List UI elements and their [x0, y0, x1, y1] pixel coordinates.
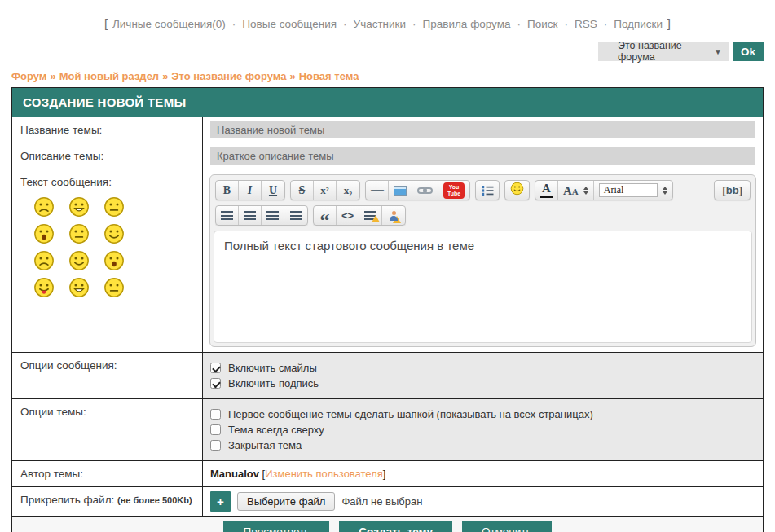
- create-topic-button[interactable]: Создать тему: [339, 521, 452, 532]
- form-footer: ПросмотретьСоздать темуОтменить: [12, 516, 763, 532]
- bold-button[interactable]: B: [216, 181, 239, 200]
- quote-button[interactable]: “: [314, 206, 337, 225]
- horizontal-rule-button[interactable]: —: [366, 181, 389, 200]
- forum-select-value: Это название форума: [618, 40, 714, 63]
- font-color-button[interactable]: A: [535, 181, 558, 200]
- nav-link-4[interactable]: Правила форума: [423, 18, 511, 30]
- attach-label-cell: Прикрепить файл: (не более 500Kb): [12, 487, 203, 516]
- breadcrumb-item-4[interactable]: Новая тема: [299, 70, 359, 82]
- message-options-row: Опции сообщения: Включить смайлыВключить…: [12, 352, 763, 398]
- font-color-icon: A: [540, 182, 553, 198]
- message-option-checkbox-1[interactable]: [210, 363, 221, 373]
- topic-option-checkbox-1[interactable]: [210, 409, 221, 420]
- add-attachment-button[interactable]: +: [210, 491, 231, 512]
- breadcrumb-item-3[interactable]: Это название форума: [171, 70, 286, 82]
- topic-option-item-3: Закрытая тема: [210, 439, 593, 451]
- author-row: Автор темы: Manualov [Изменить пользоват…: [12, 460, 763, 486]
- bbcode-button[interactable]: [bb]: [715, 181, 750, 200]
- message-option-item-1: Включить смайлы: [210, 362, 319, 374]
- image-icon: [394, 186, 407, 196]
- nav-separator: ·: [412, 18, 416, 30]
- font-family-select[interactable]: Arial: [594, 181, 672, 200]
- align-justify-button[interactable]: [284, 206, 307, 225]
- italic-button[interactable]: I: [239, 181, 262, 200]
- insert-smiley-button[interactable]: [505, 181, 529, 200]
- insert-link-button[interactable]: [412, 181, 438, 200]
- smiley-surprised-icon[interactable]: [103, 250, 125, 271]
- font-family-value: Arial: [599, 183, 658, 197]
- underline-button[interactable]: U: [262, 181, 284, 200]
- topic-name-input[interactable]: [210, 121, 755, 138]
- preview-button[interactable]: Просмотреть: [223, 521, 329, 532]
- insert-image-button[interactable]: [389, 181, 412, 200]
- align-center-button[interactable]: [239, 206, 262, 225]
- user-warning-button[interactable]: [382, 206, 405, 225]
- nav-link-3[interactable]: Участники: [354, 18, 407, 30]
- subscript-button[interactable]: x₂: [337, 181, 359, 200]
- smiley-smile-icon[interactable]: [68, 250, 90, 271]
- align-right-button[interactable]: [262, 206, 284, 225]
- breadcrumb: Форум»Мой новый раздел»Это название фору…: [0, 61, 775, 87]
- topic-option-label-3: Закрытая тема: [228, 439, 302, 451]
- nav-link-1[interactable]: Личные сообщения(0): [112, 18, 226, 30]
- topic-name-label: Название темы:: [12, 117, 203, 143]
- smiley-angry-icon[interactable]: [33, 196, 55, 218]
- change-user-link[interactable]: Изменить пользователя: [265, 468, 383, 480]
- bbcode-editor: B I U S x² x₂ —: [209, 174, 756, 347]
- forum-select[interactable]: Это название форума ▼: [598, 42, 729, 61]
- text-warning-icon: [364, 211, 376, 220]
- smiley-laugh-icon[interactable]: [68, 196, 90, 218]
- topic-option-checkbox-2[interactable]: [210, 424, 221, 435]
- smiley-tongue-icon[interactable]: [33, 277, 55, 298]
- spinner-arrows-icon: [663, 187, 667, 195]
- breadcrumb-item-1[interactable]: Форум: [11, 70, 46, 82]
- topic-option-checkbox-3[interactable]: [210, 440, 221, 451]
- message-label-cell: Текст сообщения:: [12, 169, 203, 352]
- topic-desc-input[interactable]: [210, 147, 755, 165]
- font-size-button[interactable]: AA: [558, 181, 594, 200]
- message-textarea[interactable]: Полный текст стартового сообщения в теме: [214, 231, 752, 343]
- list-icon: [481, 185, 494, 196]
- topic-option-item-2: Тема всегда сверху: [210, 424, 593, 436]
- insert-youtube-button[interactable]: YouTube: [438, 181, 469, 200]
- cancel-button[interactable]: Отменить: [462, 521, 552, 532]
- message-option-checkbox-2[interactable]: [210, 378, 221, 389]
- user-warning-icon: [390, 211, 398, 221]
- breadcrumb-separator: »: [289, 70, 295, 82]
- topic-option-item-1: Первое сообщение темы сделать шапкой (по…: [210, 408, 593, 420]
- smiley-hmm-icon[interactable]: [33, 250, 55, 271]
- forum-jump-bar: Это название форума ▼ Ok: [0, 30, 775, 61]
- breadcrumb-separator: »: [50, 70, 55, 82]
- editor-toolbar-row-1: B I U S x² x₂ —: [214, 178, 752, 204]
- author-label: Автор темы:: [12, 461, 203, 486]
- spinner-arrows-icon: [583, 187, 588, 195]
- breadcrumb-item-2[interactable]: Мой новый раздел: [59, 70, 159, 82]
- nav-link-7[interactable]: Подписки: [614, 18, 663, 30]
- ok-button[interactable]: Ok: [733, 42, 764, 61]
- code-button[interactable]: <>: [337, 206, 359, 225]
- strikethrough-button[interactable]: S: [291, 181, 314, 200]
- smiley-wink-icon[interactable]: [103, 277, 125, 298]
- choose-file-button[interactable]: Выберите файл: [237, 492, 335, 511]
- list-button[interactable]: [476, 181, 499, 200]
- font-size-icon: AA: [563, 183, 579, 198]
- nav-link-6[interactable]: RSS: [575, 18, 597, 30]
- translit-warning-button[interactable]: [359, 206, 382, 225]
- nav-link-5[interactable]: Поиск: [527, 18, 557, 30]
- align-justify-icon: [290, 211, 302, 220]
- nav-link-2[interactable]: Новые сообщения: [242, 18, 337, 30]
- smiley-panel: [20, 188, 194, 298]
- message-option-label-1: Включить смайлы: [228, 362, 317, 374]
- smiley-smirk-icon[interactable]: [68, 223, 90, 244]
- nav-separator: ·: [604, 18, 608, 30]
- author-name: Manualov: [210, 468, 259, 480]
- align-left-icon: [221, 211, 233, 220]
- align-left-button[interactable]: [216, 206, 239, 225]
- nav-separator: ·: [517, 18, 522, 30]
- smiley-sly-icon[interactable]: [103, 223, 125, 244]
- smiley-cool-icon[interactable]: [103, 196, 125, 218]
- smiley-shocked-icon[interactable]: [33, 223, 55, 244]
- superscript-button[interactable]: x²: [314, 181, 337, 200]
- link-icon: [417, 187, 433, 195]
- smiley-squint-icon[interactable]: [68, 277, 90, 298]
